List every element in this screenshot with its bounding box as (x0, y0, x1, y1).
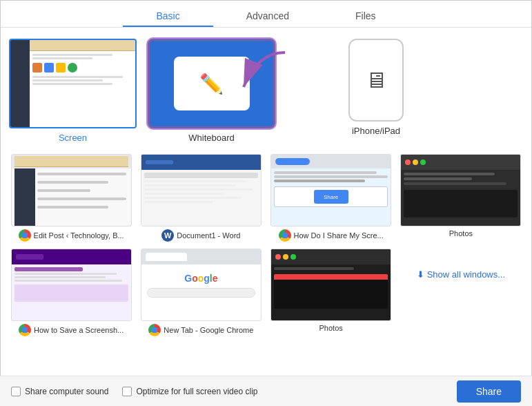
screen-thumbnail (9, 39, 137, 128)
window-item-photos2[interactable]: Photos (269, 249, 393, 336)
share-button[interactable]: Share (457, 380, 521, 403)
tab-files[interactable]: Files (322, 6, 409, 27)
chrome-icon-edit-post (19, 229, 31, 242)
window-item-save-screenshot[interactable]: How to Save a Screensh... (9, 249, 133, 336)
optimize-checkbox-label[interactable]: Optimize for full screen video clip (122, 387, 257, 396)
tabs-bar: Basic Advanced Files (1, 1, 531, 28)
window-label-edit-post: Edit Post ‹ Technology, B... (34, 231, 124, 240)
chrome-icon-new-tab (148, 324, 161, 336)
chrome-icon-how-share (279, 229, 291, 242)
iphone-screen-icon: 🖥 (365, 68, 387, 93)
window-thumb-new-tab: Google (141, 249, 262, 321)
show-all-label: Show all windows... (427, 269, 505, 280)
window-item-document1[interactable]: W Document1 - Word (139, 154, 263, 242)
window-label-photos2: Photos (319, 324, 343, 332)
window-item-new-tab[interactable]: Google New Tab - Google Chrome (139, 249, 263, 336)
share-sound-checkbox-label[interactable]: Share computer sound (11, 387, 108, 396)
window-label-photos1: Photos (449, 229, 473, 238)
window-item-photos1[interactable]: Photos (399, 154, 523, 242)
arrow-indicator (237, 46, 306, 104)
tab-advanced[interactable]: Advanced (213, 6, 322, 27)
tab-basic[interactable]: Basic (123, 6, 213, 27)
iphone-label: iPhone/iPad (352, 126, 400, 136)
window-label-document1: Document1 - Word (177, 231, 240, 240)
iphone-thumbnail: 🖥 (348, 39, 404, 122)
whiteboard-label: Whiteboard (188, 133, 234, 143)
window-item-how-share[interactable]: Share How Do I Share My Scre... (269, 154, 393, 242)
window-thumb-save-screenshot (11, 249, 132, 321)
window-label-row-photos1: Photos (449, 229, 473, 238)
window-thumb-photos1 (400, 154, 521, 226)
window-label-save-screenshot: How to Save a Screensh... (34, 326, 124, 334)
windows-grid: Edit Post ‹ Technology, B... (9, 154, 523, 342)
top-row: Screen ✏️ Whiteboard (9, 39, 523, 143)
window-item-edit-post[interactable]: Edit Post ‹ Technology, B... (9, 154, 133, 242)
show-all-icon: ⬇ (417, 269, 424, 280)
window-label-row-save-screenshot: How to Save a Screensh... (19, 324, 124, 336)
optimize-label: Optimize for full screen video clip (136, 387, 257, 396)
pencil-icon: ✏️ (199, 72, 224, 95)
main-content: Screen ✏️ Whiteboard (1, 28, 531, 342)
screen-label: Screen (59, 133, 87, 143)
show-all-link[interactable]: ⬇ Show all windows... (417, 249, 505, 280)
window-label-row-new-tab: New Tab - Google Chrome (148, 324, 253, 336)
window-label-row-how-share: How Do I Share My Scre... (279, 229, 384, 242)
word-icon-document1: W (161, 229, 174, 242)
optimize-checkbox[interactable] (122, 387, 132, 396)
window-thumb-edit-post (11, 154, 132, 226)
window-thumb-how-share: Share (270, 154, 391, 226)
window-thumb-document1 (141, 154, 262, 226)
window-thumb-photos2 (270, 249, 391, 321)
bottom-bar: Share computer sound Optimize for full s… (0, 376, 532, 406)
chrome-icon-save-screenshot (19, 324, 31, 336)
window-label-how-share: How Do I Share My Scre... (294, 231, 384, 240)
share-sound-checkbox[interactable] (11, 387, 21, 396)
window-label-row-edit-post: Edit Post ‹ Technology, B... (19, 229, 124, 242)
window-item-show-all[interactable]: ⬇ Show all windows... (399, 249, 523, 336)
window-label-row-document1: W Document1 - Word (161, 229, 240, 242)
iphone-item[interactable]: 🖥 iPhone/iPad (328, 39, 424, 136)
screen-item[interactable]: Screen (9, 39, 137, 143)
share-sound-label: Share computer sound (25, 387, 108, 396)
window-label-row-photos2: Photos (319, 324, 343, 332)
bottom-left: Share computer sound Optimize for full s… (11, 387, 257, 396)
window-label-new-tab: New Tab - Google Chrome (164, 326, 253, 334)
